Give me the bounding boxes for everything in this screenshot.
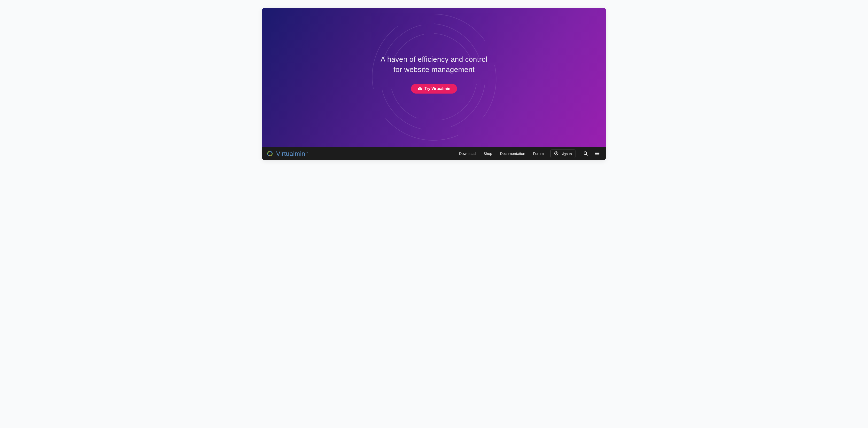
nav-link-documentation[interactable]: Documentation xyxy=(500,151,525,156)
virtualmin-logo-icon xyxy=(266,149,274,158)
hero-headline-line1: A haven of efficiency and control xyxy=(380,55,487,63)
nav-links: Download Shop Documentation Forum xyxy=(459,151,544,156)
navbar-left: Virtualmin™ xyxy=(266,149,308,158)
cta-label: Try Virtualmin xyxy=(425,87,450,91)
navbar: Virtualmin™ Download Shop Documentation … xyxy=(262,147,606,160)
svg-line-3 xyxy=(586,154,587,155)
signin-button[interactable]: Sign In xyxy=(551,149,576,158)
hero-headline: A haven of efficiency and control for we… xyxy=(380,54,487,75)
trademark-symbol: ™ xyxy=(305,151,308,154)
page-frame: A haven of efficiency and control for we… xyxy=(262,8,606,160)
nav-link-shop[interactable]: Shop xyxy=(484,151,492,156)
nav-actions xyxy=(582,150,600,158)
menu-button[interactable] xyxy=(594,150,600,158)
hero-headline-line2: for website management xyxy=(393,65,474,74)
navbar-right: Download Shop Documentation Forum Sign I… xyxy=(459,149,600,158)
cloud-download-icon xyxy=(418,87,422,91)
try-virtualmin-button[interactable]: Try Virtualmin xyxy=(411,84,457,93)
nav-link-forum[interactable]: Forum xyxy=(533,151,544,156)
brand-name: Virtualmin™ xyxy=(276,150,308,158)
search-icon xyxy=(583,151,588,156)
hamburger-menu-icon xyxy=(595,151,600,156)
signin-label: Sign In xyxy=(560,152,572,156)
svg-point-1 xyxy=(556,152,557,153)
hero-content: A haven of efficiency and control for we… xyxy=(380,54,487,93)
search-button[interactable] xyxy=(582,150,589,158)
hero-section: A haven of efficiency and control for we… xyxy=(262,8,606,147)
brand-link[interactable]: Virtualmin™ xyxy=(266,149,308,158)
user-circle-icon xyxy=(554,151,558,156)
nav-link-download[interactable]: Download xyxy=(459,151,476,156)
